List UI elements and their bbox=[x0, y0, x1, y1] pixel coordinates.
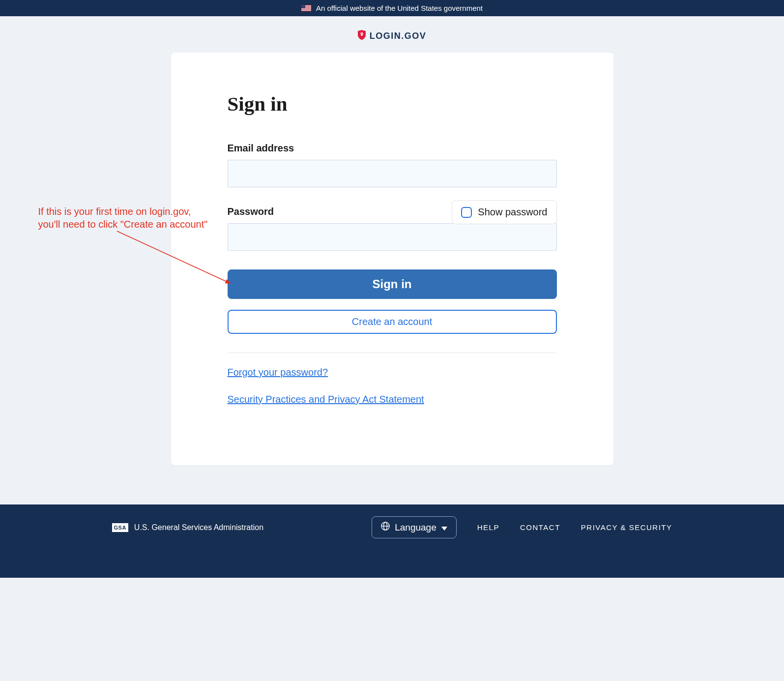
email-input[interactable] bbox=[228, 160, 557, 187]
checkbox-icon bbox=[461, 207, 472, 218]
footer-link-privacy[interactable]: PRIVACY & SECURITY bbox=[581, 523, 672, 532]
footer-link-help[interactable]: HELP bbox=[477, 523, 499, 532]
svg-line-11 bbox=[117, 231, 230, 283]
forgot-password-link[interactable]: Forgot your password? bbox=[228, 367, 328, 378]
svg-rect-4 bbox=[301, 8, 311, 9]
show-password-toggle[interactable]: Show password bbox=[452, 200, 556, 224]
email-field-group: Email address bbox=[228, 143, 557, 187]
caret-down-icon bbox=[441, 522, 447, 533]
svg-rect-5 bbox=[301, 9, 311, 10]
gsa-badge-icon: GSA bbox=[112, 523, 128, 532]
globe-icon bbox=[381, 522, 390, 533]
logo-text: LOGIN.GOV bbox=[370, 31, 427, 41]
security-statement-link[interactable]: Security Practices and Privacy Act State… bbox=[228, 394, 424, 405]
footer: GSA U.S. General Services Administration… bbox=[0, 504, 784, 578]
shield-icon bbox=[358, 30, 366, 42]
svg-marker-15 bbox=[441, 527, 447, 531]
email-label: Email address bbox=[228, 143, 557, 154]
create-account-button[interactable]: Create an account bbox=[228, 310, 557, 334]
gov-banner-text: An official website of the United States… bbox=[316, 4, 483, 12]
language-label: Language bbox=[395, 522, 436, 533]
header: LOGIN.GOV bbox=[0, 16, 784, 53]
footer-agency-block: GSA U.S. General Services Administration bbox=[112, 523, 264, 532]
divider bbox=[228, 353, 557, 353]
logo: LOGIN.GOV bbox=[358, 30, 427, 42]
annotation-text: If this is your first time on login.gov,… bbox=[38, 205, 215, 231]
svg-rect-7 bbox=[301, 5, 305, 8]
show-password-label: Show password bbox=[478, 207, 547, 218]
language-selector[interactable]: Language bbox=[372, 516, 457, 538]
gov-banner: An official website of the United States… bbox=[0, 0, 784, 16]
svg-rect-6 bbox=[301, 10, 311, 11]
signin-button[interactable]: Sign in bbox=[228, 269, 557, 299]
signin-card: If this is your first time on login.gov,… bbox=[171, 53, 613, 465]
annotation-arrow bbox=[107, 229, 240, 297]
password-field-group: Show password Password bbox=[228, 206, 557, 251]
footer-agency-name: U.S. General Services Administration bbox=[134, 523, 263, 532]
password-input[interactable] bbox=[228, 223, 557, 251]
page-title: Sign in bbox=[228, 92, 557, 116]
us-flag-icon bbox=[301, 5, 311, 11]
footer-link-contact[interactable]: CONTACT bbox=[520, 523, 560, 532]
